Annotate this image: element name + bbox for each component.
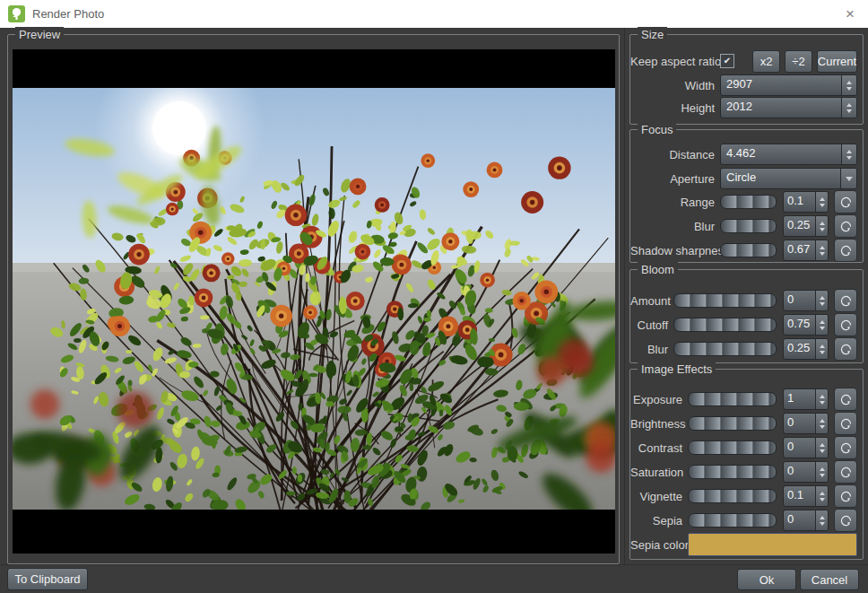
bloom-blur-reset-button[interactable]	[834, 337, 857, 361]
range-reset-button[interactable]	[834, 190, 857, 214]
vignette-spinner[interactable]	[815, 486, 828, 506]
panel-divider	[624, 28, 625, 564]
brightness-spinner[interactable]	[815, 414, 828, 433]
exposure-reset-button[interactable]	[834, 388, 857, 411]
range-slider[interactable]	[720, 195, 777, 209]
spin-down-icon	[820, 522, 825, 526]
reset-icon	[839, 294, 853, 308]
amount-value[interactable]: 0	[783, 290, 829, 311]
amount-reset-button[interactable]	[834, 289, 857, 312]
width-spinner[interactable]	[841, 75, 856, 95]
window-title: Render Photo	[32, 7, 104, 21]
footer-divider	[0, 564, 868, 565]
spin-up-icon	[820, 516, 825, 519]
size-group-label: Size	[638, 27, 667, 42]
range-label: Range	[630, 196, 715, 209]
reset-icon	[839, 220, 853, 233]
aperture-dropdown[interactable]: Circle	[720, 168, 857, 189]
saturation-reset-button[interactable]	[834, 460, 857, 484]
ok-button[interactable]: Ok	[737, 569, 796, 590]
bloom-blur-slider[interactable]	[673, 342, 777, 356]
spin-up-icon	[820, 296, 825, 300]
height-input[interactable]: 2012	[720, 97, 857, 118]
sepia-spinner[interactable]	[815, 510, 828, 530]
vignette-reset-button[interactable]	[834, 484, 857, 508]
saturation-slider[interactable]	[688, 465, 777, 479]
cancel-button[interactable]: Cancel	[800, 569, 859, 590]
close-button[interactable]: ×	[832, 0, 868, 28]
title-bar: Render Photo ×	[0, 0, 868, 28]
shadow-sharpness-slider[interactable]	[720, 243, 777, 257]
preview-group-label: Preview	[15, 27, 64, 42]
focus-blur-label: Blur	[630, 220, 715, 233]
app-icon	[8, 5, 25, 22]
contrast-slider[interactable]	[688, 440, 777, 455]
exposure-spinner[interactable]	[815, 389, 828, 409]
cutoff-value[interactable]: 0.75	[783, 314, 829, 336]
amount-slider[interactable]	[673, 293, 777, 308]
bloom-blur-spinner[interactable]	[815, 339, 828, 359]
spin-down-icon	[846, 109, 852, 113]
bloom-blur-value[interactable]: 0.25	[783, 338, 829, 360]
vignette-label: Vignette	[630, 490, 682, 503]
focus-blur-value[interactable]: 0.25	[783, 215, 829, 237]
shadow-sharpness-reset-button[interactable]	[834, 239, 857, 262]
range-spinner[interactable]	[815, 192, 828, 212]
keep-aspect-ratio-label: Keep aspect ratio	[630, 55, 715, 68]
div2-button[interactable]: ÷2	[785, 50, 812, 73]
height-spinner[interactable]	[841, 98, 856, 118]
contrast-spinner[interactable]	[815, 438, 828, 458]
focus-blur-slider[interactable]	[720, 219, 777, 233]
spin-up-icon	[846, 81, 852, 84]
cutoff-slider[interactable]	[673, 318, 777, 332]
vignette-slider[interactable]	[688, 489, 777, 503]
distance-input[interactable]: 4.462	[720, 144, 857, 165]
keep-aspect-ratio-checkbox[interactable]: ✔	[720, 54, 734, 68]
focus-blur-spinner[interactable]	[815, 216, 828, 236]
cutoff-spinner[interactable]	[815, 315, 828, 335]
to-clipboard-button[interactable]: To Clipboard	[7, 568, 88, 590]
sepia-color-swatch[interactable]	[688, 533, 857, 556]
saturation-spinner[interactable]	[815, 462, 828, 482]
spin-up-icon	[820, 222, 825, 225]
reset-icon	[839, 490, 853, 503]
width-input[interactable]: 2907	[720, 74, 857, 96]
cutoff-reset-button[interactable]	[834, 313, 857, 336]
reset-icon	[839, 466, 853, 479]
reset-icon	[839, 244, 853, 257]
sepia-value[interactable]: 0	[783, 510, 829, 531]
bloom-group: Bloom Amount 0 Cutoff 0.75 Blur 0.25	[629, 269, 864, 363]
distance-spinner[interactable]	[841, 144, 856, 164]
x2-button[interactable]: x2	[752, 50, 780, 73]
spin-up-icon	[820, 443, 825, 447]
brightness-slider[interactable]	[688, 416, 777, 431]
spin-down-icon	[820, 498, 825, 501]
spin-down-icon	[820, 204, 825, 207]
focus-group: Focus Distance 4.462 Aperture Circle Ran…	[629, 129, 864, 263]
exposure-value[interactable]: 1	[783, 388, 829, 410]
dropdown-arrow	[840, 169, 856, 188]
exposure-slider[interactable]	[688, 392, 777, 406]
current-button[interactable]: Current	[817, 50, 857, 73]
check-icon: ✔	[724, 57, 731, 65]
aperture-label: Aperture	[630, 172, 715, 186]
vignette-value[interactable]: 0.1	[783, 485, 829, 507]
reset-icon	[839, 393, 853, 406]
range-value[interactable]: 0.1	[783, 191, 829, 213]
contrast-reset-button[interactable]	[834, 436, 857, 459]
focus-blur-reset-button[interactable]	[834, 214, 857, 238]
distance-label: Distance	[630, 148, 715, 161]
image-effects-group-label: Image Effects	[638, 362, 716, 377]
contrast-value[interactable]: 0	[783, 437, 829, 458]
saturation-value[interactable]: 0	[783, 461, 829, 483]
brightness-value[interactable]: 0	[783, 413, 829, 434]
amount-spinner[interactable]	[815, 291, 828, 310]
shadow-sharpness-value[interactable]: 0.67	[783, 240, 829, 261]
sepia-slider[interactable]	[688, 513, 777, 528]
brightness-reset-button[interactable]	[834, 412, 857, 435]
spin-up-icon	[846, 150, 852, 153]
spin-down-icon	[820, 228, 825, 231]
shadow-sharpness-spinner[interactable]	[815, 240, 828, 260]
preview-group: Preview	[7, 34, 620, 564]
sepia-reset-button[interactable]	[834, 509, 857, 532]
